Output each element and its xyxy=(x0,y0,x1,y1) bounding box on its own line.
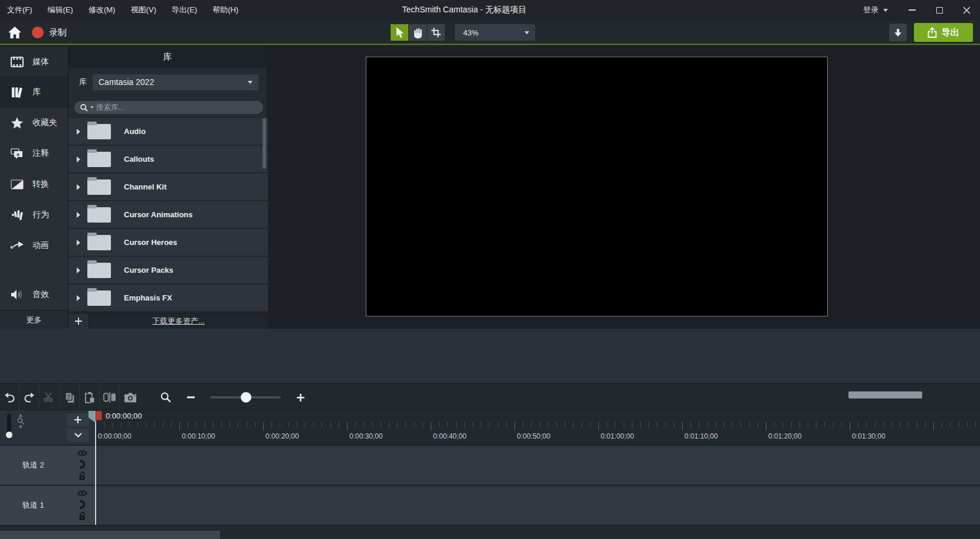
download-button[interactable] xyxy=(889,24,907,41)
magnet-icon[interactable] xyxy=(78,500,86,509)
collapse-tracks-button[interactable] xyxy=(67,429,89,442)
sidebar-item-behaviors[interactable]: 行为 xyxy=(0,200,68,230)
timeline-horizontal-scrollbar[interactable] xyxy=(848,391,922,398)
record-label: 录制 xyxy=(49,27,67,38)
ruler-label: 0:01:00;00 xyxy=(601,432,634,440)
expand-caret-icon[interactable] xyxy=(77,240,80,246)
arrow-down-icon xyxy=(19,426,22,429)
sidebar-item-transitions[interactable]: 转换 xyxy=(0,169,68,200)
canvas-area xyxy=(268,46,980,329)
folder-name: Cursor Heroes xyxy=(124,238,177,247)
folder-row-cursor-packs[interactable]: Cursor Packs xyxy=(68,257,268,283)
library-scrollbar[interactable] xyxy=(263,118,266,169)
expand-caret-icon[interactable] xyxy=(77,295,80,301)
record-icon xyxy=(32,27,44,38)
timeline-zoom-button[interactable] xyxy=(155,392,177,403)
eye-icon[interactable] xyxy=(77,450,87,456)
magnifier-icon xyxy=(17,417,25,425)
zoom-in-button[interactable] xyxy=(291,394,309,401)
sidebar-item-library[interactable]: 库 xyxy=(0,77,68,107)
minimize-button[interactable] xyxy=(899,0,926,20)
ruler-label: 0:00:00;00 xyxy=(98,432,132,440)
redo-button[interactable] xyxy=(20,384,40,410)
library-search-box[interactable] xyxy=(74,101,263,114)
sidebar-more-button[interactable]: 更多 xyxy=(0,310,68,329)
menu-file[interactable]: 文件(F) xyxy=(7,5,32,15)
track-header-1[interactable]: 轨道 1 xyxy=(0,486,94,525)
menu-bar: 文件(F) 编辑(E) 修改(M) 视图(V) 导出(E) 帮助(H) xyxy=(7,0,238,20)
arrow-up-icon xyxy=(19,414,22,417)
sidebar-item-favorites[interactable]: 收藏夹 xyxy=(0,107,68,138)
ruler-label: 0:00:50;00 xyxy=(517,432,550,440)
expand-caret-icon[interactable] xyxy=(77,212,80,218)
eye-icon[interactable] xyxy=(77,490,87,496)
library-panel-title: 库 xyxy=(68,46,267,68)
track-header-2[interactable]: 轨道 2 xyxy=(0,446,94,485)
menu-export[interactable]: 导出(E) xyxy=(172,5,197,15)
folder-row-emphasis-fx[interactable]: Emphasis FX xyxy=(68,285,268,311)
undo-button[interactable] xyxy=(0,384,19,410)
paste-button[interactable] xyxy=(80,384,100,410)
copy-button[interactable] xyxy=(60,384,80,410)
magnet-icon[interactable] xyxy=(78,460,86,469)
download-more-assets-link[interactable]: 下载更多资产... xyxy=(89,316,268,326)
hand-icon xyxy=(412,27,423,38)
sidebar-item-media[interactable]: 媒体 xyxy=(0,46,68,77)
playhead-out-marker[interactable] xyxy=(96,411,102,420)
zoom-out-button[interactable] xyxy=(182,396,199,398)
library-selector-dropdown[interactable]: Camtasia 2022 xyxy=(93,74,258,90)
menu-modify[interactable]: 修改(M) xyxy=(89,5,116,15)
lock-icon[interactable] xyxy=(78,472,86,481)
playhead-line[interactable] xyxy=(95,421,96,525)
download-arrow-icon xyxy=(894,28,902,37)
snapshot-button[interactable] xyxy=(120,384,140,410)
expand-caret-icon[interactable] xyxy=(77,156,80,162)
maximize-button[interactable] xyxy=(926,0,953,20)
track-lane-2[interactable] xyxy=(94,446,980,485)
track-height-zoom-control[interactable] xyxy=(17,414,25,439)
folder-name: Channel Kit xyxy=(124,182,166,191)
folder-icon xyxy=(87,263,111,278)
canvas-zoom-dropdown[interactable]: 43% xyxy=(455,24,535,41)
expand-caret-icon[interactable] xyxy=(77,184,80,190)
export-button[interactable]: 导出 xyxy=(914,23,973,42)
track-lane-1[interactable] xyxy=(94,486,980,525)
add-to-library-button[interactable] xyxy=(68,313,89,329)
timeline-zoom-knob[interactable] xyxy=(241,392,251,403)
expand-caret-icon[interactable] xyxy=(77,267,80,273)
folder-row-cursor-heroes[interactable]: Cursor Heroes xyxy=(68,229,268,256)
folder-row-callouts[interactable]: Callouts xyxy=(68,146,268,172)
sign-in-button[interactable]: 登录 xyxy=(853,5,899,15)
add-track-button[interactable] xyxy=(67,413,89,426)
lock-icon[interactable] xyxy=(78,512,86,521)
cut-button[interactable] xyxy=(40,384,60,410)
sidebar-item-annotations[interactable]: a 注释 xyxy=(0,138,68,169)
folder-row-cursor-animations[interactable]: Cursor Animations xyxy=(68,201,268,228)
preview-stage[interactable] xyxy=(366,57,828,316)
record-button[interactable]: 录制 xyxy=(32,27,67,38)
scissors-icon xyxy=(44,392,55,403)
track-height-slider-knob[interactable] xyxy=(6,432,12,438)
menu-help[interactable]: 帮助(H) xyxy=(212,5,238,15)
close-button[interactable] xyxy=(953,0,980,20)
copy-icon xyxy=(64,392,75,403)
crop-tool-button[interactable] xyxy=(427,24,445,41)
folder-row-channel-kit[interactable]: Channel Kit xyxy=(68,174,268,200)
expand-caret-icon[interactable] xyxy=(77,129,80,135)
pan-tool-button[interactable] xyxy=(409,24,427,41)
folder-row-audio[interactable]: Audio xyxy=(68,118,268,145)
library-search-input[interactable] xyxy=(96,103,257,112)
ruler-label: 0:01:30;00 xyxy=(852,432,886,440)
crop-icon xyxy=(431,27,441,38)
select-tool-button[interactable] xyxy=(391,24,408,41)
maximize-icon xyxy=(936,7,943,14)
split-button[interactable] xyxy=(100,384,120,410)
menu-edit[interactable]: 编辑(E) xyxy=(48,5,73,15)
home-button[interactable] xyxy=(6,24,24,41)
sidebar-item-audio-effects[interactable]: 音效 xyxy=(0,279,68,310)
sidebar-item-animations[interactable]: 动画 xyxy=(0,230,68,261)
timeline-bottom-scrollbar-thumb[interactable] xyxy=(0,531,220,539)
timeline-ruler[interactable] xyxy=(96,422,980,430)
menu-view[interactable]: 视图(V) xyxy=(130,5,156,15)
timeline-zoom-slider[interactable] xyxy=(210,396,281,398)
